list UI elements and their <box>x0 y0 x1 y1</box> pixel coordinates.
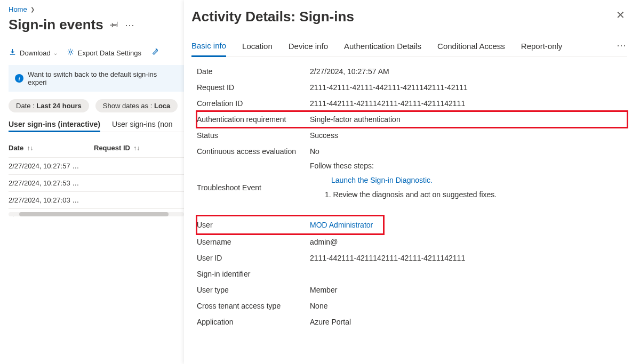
user-link[interactable]: MOD Administrator <box>310 221 373 229</box>
label-application: Application <box>197 318 310 326</box>
table-row[interactable]: 2/27/2024, 10:27:03 … <box>9 191 184 208</box>
label-username: Username <box>197 238 310 246</box>
field-status: Status Success <box>197 127 627 143</box>
field-user-id: User ID 2111-442111-4211142111-42111-421… <box>197 250 627 266</box>
info-icon: i <box>15 74 23 83</box>
cell-request <box>94 179 169 187</box>
tab-device-info[interactable]: Device info <box>289 38 328 56</box>
label-user-id: User ID <box>197 254 310 262</box>
wrench-icon <box>151 48 159 58</box>
filter-date[interactable]: Date : Last 24 hours <box>9 99 89 112</box>
gear-icon <box>67 48 75 58</box>
download-label: Download <box>20 49 51 57</box>
chevron-down-icon: ⌵ <box>54 50 57 56</box>
tabs-more-icon[interactable]: ⋯ <box>617 39 627 55</box>
value-cae: No <box>310 147 627 156</box>
breadcrumb-home[interactable]: Home <box>9 5 27 13</box>
export-label: Export Data Settings <box>78 49 141 57</box>
cell-date: 2/27/2024, 10:27:53 … <box>9 179 94 187</box>
value-auth-requirement: Single-factor authentication <box>310 115 627 124</box>
table-bottom: ◀ <box>9 208 184 216</box>
panel-fields: Date 2/27/2024, 10:27:57 AM Request ID 2… <box>191 57 627 330</box>
more-icon[interactable]: ⋯ <box>125 22 135 28</box>
sort-icon: ↑↓ <box>27 144 33 152</box>
value-username: admin@ <box>310 238 627 246</box>
label-cae: Continuous access evaluation <box>197 147 310 156</box>
main-page: Home ❯ Sign-in events ⋯ Download ⌵ Expor… <box>0 0 184 216</box>
svg-point-0 <box>69 51 71 53</box>
page-title-row: Sign-in events ⋯ <box>9 17 184 33</box>
field-request-id: Request ID 2111-42111-42111-442111-42111… <box>197 79 627 95</box>
scrollbar[interactable] <box>9 212 184 216</box>
table-header: Date ↑↓ Request ID ↑↓ <box>9 139 184 157</box>
field-user: User MOD Administrator <box>197 216 383 234</box>
breadcrumb: Home ❯ <box>9 5 184 13</box>
filter-showdates-prefix: Show dates as : <box>103 102 154 110</box>
tab-auth-details[interactable]: Authentication Details <box>344 38 421 56</box>
info-text: Want to switch back to the default sign-… <box>28 70 178 86</box>
field-cae: Continuous access evaluation No <box>197 143 627 159</box>
field-username: Username admin@ <box>197 234 627 250</box>
filter-date-value: Last 24 hours <box>36 102 82 110</box>
chevron-right-icon: ❯ <box>30 6 35 12</box>
value-cross-tenant: None <box>310 302 627 310</box>
tab-report-only[interactable]: Report-only <box>521 38 563 56</box>
value-application: Azure Portal <box>310 318 627 326</box>
cell-request <box>94 196 169 204</box>
sort-icon: ↑↓ <box>133 144 140 152</box>
field-troubleshoot: Troubleshoot Event Follow these steps: L… <box>197 171 627 204</box>
value-date: 2/27/2024, 10:27:57 AM <box>310 67 627 76</box>
details-panel: Activity Details: Sign-ins ✕ Basic info … <box>184 0 640 364</box>
col-date[interactable]: Date ↑↓ <box>9 139 94 157</box>
label-correlation-id: Correlation ID <box>197 99 310 108</box>
panel-title: Activity Details: Sign-ins <box>191 9 354 25</box>
tab-interactive[interactable]: User sign-ins (interactive) <box>9 120 100 132</box>
col-date-label: Date <box>9 144 23 152</box>
label-request-id: Request ID <box>197 83 310 92</box>
subtabs: User sign-ins (interactive) User sign-in… <box>9 120 184 132</box>
label-auth-requirement: Authentication requirement <box>197 115 310 124</box>
launch-diagnostic-link[interactable]: Launch the Sign-in Diagnostic. <box>310 176 627 184</box>
field-application: Application Azure Portal <box>197 314 627 330</box>
filter-showdates-value: Loca <box>154 102 170 110</box>
panel-header: Activity Details: Sign-ins ✕ <box>191 9 627 25</box>
tab-basic-info[interactable]: Basic info <box>191 38 226 57</box>
cell-date: 2/27/2024, 10:27:57 … <box>9 162 94 170</box>
close-icon[interactable]: ✕ <box>614 9 627 21</box>
troubleshoot-button[interactable] <box>151 48 159 58</box>
cell-request <box>94 162 169 170</box>
toolbar: Download ⌵ Export Data Settings <box>9 48 184 58</box>
field-signin-identifier: Sign-in identifier <box>197 266 627 282</box>
export-settings-button[interactable]: Export Data Settings <box>67 48 141 58</box>
filter-showdates[interactable]: Show dates as : Loca <box>95 99 178 112</box>
pin-icon[interactable] <box>110 20 118 30</box>
label-troubleshoot: Troubleshoot Event <box>197 183 310 192</box>
field-cross-tenant: Cross tenant access type None <box>197 298 627 314</box>
value-troubleshoot: Follow these steps: Launch the Sign-in D… <box>310 175 627 200</box>
value-user-type: Member <box>310 286 627 294</box>
tab-conditional-access[interactable]: Conditional Access <box>437 38 505 56</box>
label-status: Status <box>197 131 310 140</box>
col-request-id[interactable]: Request ID ↑↓ <box>94 139 169 157</box>
label-user-type: User type <box>197 286 310 294</box>
label-cross-tenant: Cross tenant access type <box>197 302 310 310</box>
value-user: MOD Administrator <box>310 220 383 230</box>
download-icon <box>9 48 17 58</box>
table-row[interactable]: 2/27/2024, 10:27:53 … <box>9 174 184 191</box>
value-status: Success <box>310 131 627 140</box>
tab-noninteractive[interactable]: User sign-ins (non <box>112 120 173 132</box>
field-correlation-id: Correlation ID 2111-442111-4211142111-42… <box>197 95 627 111</box>
table-row[interactable]: 2/27/2024, 10:27:57 … <box>9 157 184 174</box>
label-user: User <box>197 220 310 230</box>
field-user-type: User type Member <box>197 282 627 298</box>
scrollbar-thumb[interactable] <box>19 212 169 216</box>
filter-date-prefix: Date : <box>16 102 36 110</box>
label-signin-identifier: Sign-in identifier <box>197 270 310 278</box>
value-user-id: 2111-442111-4211142111-42111-4211142111 <box>310 254 627 262</box>
tab-location[interactable]: Location <box>242 38 273 56</box>
troubleshoot-review: 1. Review the diagnosis and act on sugge… <box>310 189 627 200</box>
page-title: Sign-in events <box>9 17 103 33</box>
download-button[interactable]: Download ⌵ <box>9 48 57 58</box>
field-date: Date 2/27/2024, 10:27:57 AM <box>197 63 627 79</box>
value-correlation-id: 2111-442111-4211142111-42111-4211142111 <box>310 99 627 108</box>
